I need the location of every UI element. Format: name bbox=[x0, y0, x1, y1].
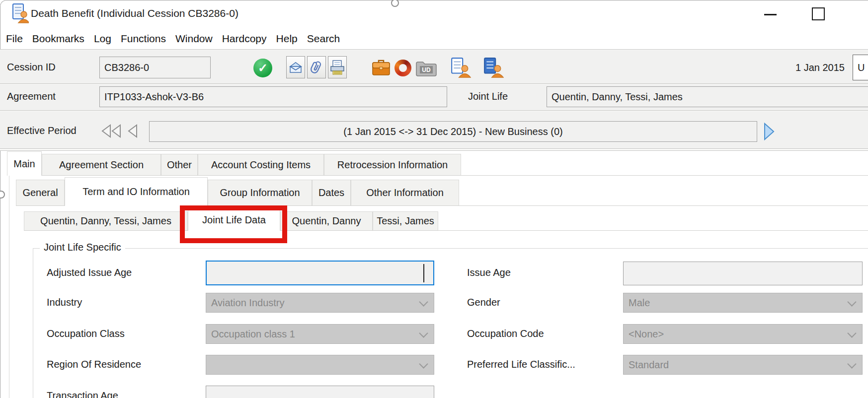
occupation-class-dropdown[interactable]: Occupation class 1 bbox=[206, 324, 434, 344]
menu-log[interactable]: Log bbox=[94, 33, 111, 45]
divider-highlight bbox=[0, 111, 868, 111]
divider bbox=[0, 150, 868, 151]
effective-period-label: Effective Period bbox=[7, 125, 77, 136]
menu-bar: File Bookmarks Log Functions Window Hard… bbox=[6, 29, 340, 49]
tab-group-information[interactable]: Group Information bbox=[208, 180, 312, 205]
chevron-down-icon bbox=[419, 329, 428, 337]
group-title: Joint Life Specific bbox=[40, 242, 125, 253]
main-panel-border bbox=[9, 175, 9, 398]
occupation-class-label: Occupation Class bbox=[47, 328, 125, 339]
selection-handle-left[interactable] bbox=[0, 191, 5, 199]
svg-text:UD: UD bbox=[422, 66, 431, 73]
joint-life-label: Joint Life bbox=[468, 91, 508, 102]
previous-period-icon[interactable] bbox=[127, 124, 138, 138]
joint-life-value: Quentin, Danny, Tessi, James bbox=[552, 91, 683, 103]
minimize-button[interactable] bbox=[764, 14, 777, 15]
industry-label: Industry bbox=[47, 297, 82, 308]
agreement-field[interactable]: ITP1033-Ashok-V3-B6 bbox=[99, 86, 447, 107]
tab-other-information[interactable]: Other Information bbox=[351, 180, 459, 205]
menu-help[interactable]: Help bbox=[276, 33, 298, 45]
ud-folder-icon[interactable]: UD bbox=[415, 60, 437, 76]
app-icon bbox=[12, 3, 29, 23]
gender-value: Male bbox=[629, 297, 650, 309]
swirl-icon[interactable] bbox=[395, 60, 411, 76]
printer-icon bbox=[330, 60, 345, 75]
adjusted-issue-age-label: Adjusted Issue Age bbox=[47, 267, 132, 278]
print-button[interactable] bbox=[328, 56, 347, 78]
mail-button[interactable] bbox=[286, 56, 305, 78]
tab-main[interactable]: Main bbox=[7, 151, 42, 176]
preferred-life-classification-value: Standard bbox=[629, 359, 669, 371]
application-window: Death Benefit (Individual Cession CB3286… bbox=[0, 0, 868, 398]
occupation-code-value: <None> bbox=[629, 329, 664, 340]
menu-search[interactable]: Search bbox=[307, 33, 340, 45]
tab-retrocession-information[interactable]: Retrocession Information bbox=[324, 154, 461, 175]
window-top-border bbox=[6, 0, 868, 0]
red-highlight-box bbox=[180, 205, 287, 243]
region-of-residence-dropdown[interactable] bbox=[206, 355, 434, 375]
gender-dropdown[interactable]: Male bbox=[623, 293, 863, 313]
tab-dates[interactable]: Dates bbox=[312, 180, 351, 205]
person-document-icon[interactable] bbox=[450, 57, 471, 78]
menu-file[interactable]: File bbox=[6, 33, 23, 45]
window-corner bbox=[0, 0, 12, 12]
right-edge-field-value: U bbox=[858, 62, 865, 73]
occupation-code-dropdown[interactable]: <None> bbox=[623, 324, 863, 344]
attachment-button[interactable] bbox=[307, 56, 326, 78]
effective-period-field[interactable]: (1 Jan 2015 <-> 31 Dec 2015) - New Busin… bbox=[149, 121, 757, 142]
preferred-life-classification-dropdown[interactable]: Standard bbox=[623, 355, 863, 375]
chevron-down-icon bbox=[847, 359, 856, 368]
cession-id-label: Cession ID bbox=[7, 62, 56, 73]
issue-age-field[interactable] bbox=[623, 262, 863, 285]
effective-date: 1 Jan 2015 bbox=[745, 62, 845, 73]
joint-life-field[interactable]: Quentin, Danny, Tessi, James bbox=[547, 86, 868, 107]
next-period-icon[interactable] bbox=[763, 123, 775, 140]
tab-other[interactable]: Other bbox=[161, 154, 198, 175]
briefcase-icon[interactable] bbox=[372, 59, 391, 76]
tab-panel-line-3 bbox=[24, 230, 868, 231]
transaction-age-field[interactable] bbox=[206, 386, 434, 398]
tab-tessi-james[interactable]: Tessi, James bbox=[373, 211, 438, 230]
text-caret bbox=[423, 264, 424, 282]
chevron-down-icon bbox=[419, 359, 428, 368]
right-edge-field[interactable]: U bbox=[853, 55, 868, 80]
status-ok-icon bbox=[253, 59, 272, 77]
tab-joint-lives[interactable]: Quentin, Danny, Tessi, James bbox=[24, 211, 188, 230]
person-document-filled-icon[interactable] bbox=[483, 57, 504, 78]
issue-age-label: Issue Age bbox=[467, 267, 511, 278]
occupation-code-label: Occupation Code bbox=[467, 328, 544, 339]
industry-value: Aviation Industry bbox=[211, 297, 285, 309]
transaction-age-label: Transaction Age bbox=[47, 390, 118, 398]
menu-hardcopy[interactable]: Hardcopy bbox=[222, 33, 267, 45]
maximize-button[interactable] bbox=[812, 7, 825, 20]
gender-label: Gender bbox=[467, 297, 500, 308]
paperclip-icon bbox=[310, 60, 323, 75]
cession-id-value: CB3286-0 bbox=[104, 62, 149, 73]
cession-id-field[interactable]: CB3286-0 bbox=[99, 57, 211, 78]
selection-handle-top[interactable] bbox=[391, 0, 399, 7]
divider-highlight bbox=[0, 84, 868, 84]
agreement-label: Agreement bbox=[7, 91, 56, 102]
agreement-value: ITP1033-Ashok-V3-B6 bbox=[104, 91, 204, 103]
region-of-residence-label: Region Of Residence bbox=[47, 359, 141, 370]
industry-dropdown[interactable]: Aviation Industry bbox=[206, 293, 434, 313]
chevron-down-icon bbox=[847, 297, 856, 306]
preferred-life-classification-label: Preferred Life Classific... bbox=[467, 359, 575, 370]
mail-icon bbox=[289, 62, 303, 73]
tab-quentin-danny[interactable]: Quentin, Danny bbox=[280, 211, 373, 230]
tab-panel-line-1 bbox=[9, 175, 868, 176]
first-period-icon[interactable] bbox=[100, 124, 122, 138]
tab-term-and-io-information[interactable]: Term and IO Information bbox=[65, 177, 208, 206]
window-title: Death Benefit (Individual Cession CB3286… bbox=[31, 7, 238, 19]
occupation-class-value: Occupation class 1 bbox=[211, 329, 295, 340]
effective-period-value: (1 Jan 2015 <-> 31 Dec 2015) - New Busin… bbox=[343, 126, 562, 137]
chevron-down-icon bbox=[419, 297, 428, 306]
adjusted-issue-age-field[interactable] bbox=[206, 261, 434, 285]
tab-general[interactable]: General bbox=[16, 180, 65, 205]
tab-account-costing-items[interactable]: Account Costing Items bbox=[198, 154, 324, 175]
menu-window[interactable]: Window bbox=[175, 33, 213, 45]
tab-agreement-section[interactable]: Agreement Section bbox=[42, 154, 161, 175]
menu-functions[interactable]: Functions bbox=[121, 33, 166, 45]
menu-bookmarks[interactable]: Bookmarks bbox=[32, 33, 84, 45]
chevron-down-icon bbox=[847, 329, 856, 337]
